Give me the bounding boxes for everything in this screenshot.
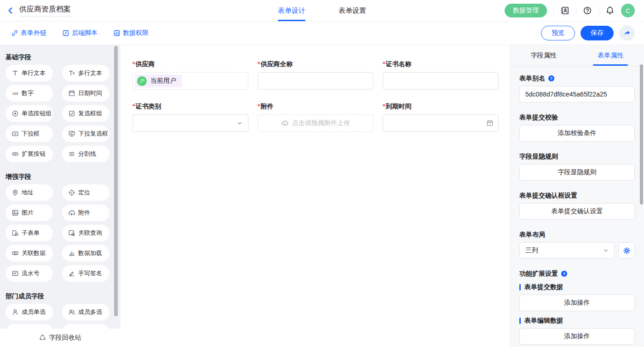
field-type-label: 数据加载	[78, 249, 102, 257]
help-icon[interactable]: ?	[561, 270, 568, 277]
data-manage-button[interactable]: 数据管理	[505, 4, 547, 17]
add-operation-button[interactable]: 添加操作	[519, 295, 635, 311]
select-field[interactable]	[132, 114, 248, 132]
field-type-item[interactable]: 分割线	[62, 146, 109, 162]
field-type-item[interactable]: 下拉框	[6, 125, 53, 142]
sidebar-section-title: 基础字段	[6, 52, 109, 62]
help-icon[interactable]	[583, 6, 592, 15]
toolbar-link[interactable]: 后端脚本	[62, 29, 98, 37]
toolbar-links: 表单外链后端脚本数据权限	[11, 29, 149, 37]
field-type-item[interactable]: 多行文本	[62, 65, 109, 81]
form-field: *附件点击或拖拽附件上传	[258, 102, 374, 132]
field-type-item[interactable]: 数据加载	[62, 245, 109, 262]
form-field: *证书名称	[383, 60, 499, 90]
field-type-item[interactable]: 附件	[62, 205, 109, 221]
field-label: *供应商全称	[258, 60, 374, 68]
layout-settings-button[interactable]	[618, 242, 635, 259]
form-field: *证书类别	[132, 102, 248, 132]
form-grid: *供应商户当前用户*供应商全称*证书名称*证书类别*附件点击或拖拽附件上传*到期…	[132, 60, 499, 132]
text-input[interactable]	[258, 72, 374, 90]
field-type-item[interactable]: 单选按钮组	[6, 105, 53, 122]
field-type-item[interactable]: 流水号	[6, 265, 53, 282]
form-field: *供应商户当前用户	[132, 60, 248, 90]
field-type-label: 单行文本	[22, 69, 46, 77]
field-type-label: 图片	[22, 209, 34, 217]
extension-group-label: 表单提交数据	[519, 283, 635, 291]
field-type-item[interactable]: 子表单	[6, 225, 53, 241]
form-layout-row: 三列	[519, 242, 635, 259]
panel-section-title: 表单提交校验	[519, 114, 635, 121]
upload-field[interactable]: 点击或拖拽附件上传	[258, 114, 374, 132]
required-asterisk: *	[258, 60, 260, 68]
people-icon	[68, 308, 75, 316]
multiselect-icon	[68, 130, 75, 137]
text-input[interactable]	[383, 72, 499, 90]
extension-settings-section: 功能扩展设置?	[519, 270, 635, 278]
avatar[interactable]: C	[621, 4, 635, 17]
form-alias-label: 表单别名	[519, 74, 545, 82]
field-type-item[interactable]: 定位	[62, 184, 109, 201]
field-type-item[interactable]: 关联数据	[6, 245, 53, 262]
field-type-label: 单选按钮组	[22, 109, 52, 118]
add-operation-button[interactable]: 添加操作	[519, 328, 635, 345]
panel-scrollbar[interactable]	[640, 64, 643, 205]
field-type-item[interactable]: 图片	[6, 205, 53, 221]
field-type-label: 定位	[78, 188, 90, 197]
app-root: 供应商资质档案 表单设计表单设置 数据管理 C 表单外链后端脚本数据权限 预览 …	[0, 0, 644, 347]
form-canvas: *供应商户当前用户*供应商全称*证书名称*证书类别*附件点击或拖拽附件上传*到期…	[121, 45, 510, 347]
field-sidebar: 基础字段单行文本多行文本123数字日期时间单选按钮组复选框组下拉框下拉复选框扩展…	[0, 45, 121, 347]
header-tab[interactable]: 表单设计	[278, 0, 305, 21]
help-icon[interactable]: ?	[548, 75, 555, 82]
share-button[interactable]	[619, 25, 635, 41]
textarea-icon	[68, 69, 75, 77]
header-tab[interactable]: 表单设置	[339, 0, 366, 21]
sidebar-scrollbar[interactable]	[114, 46, 118, 316]
save-button[interactable]: 保存	[581, 26, 614, 40]
form-alias-input[interactable]: 5dc088d7df8ce45a65f22a25	[519, 86, 635, 102]
toolbar-link[interactable]: 表单外链	[11, 29, 46, 37]
field-type-item[interactable]: 关联查询	[62, 225, 109, 241]
field-type-label: 附件	[78, 209, 90, 217]
image-icon	[12, 209, 19, 216]
form-layout-select[interactable]: 三列	[519, 242, 615, 259]
field-type-item[interactable]: 123数字	[6, 85, 53, 102]
panel-action-button[interactable]: 添加校验条件	[519, 125, 635, 142]
sidebar-field-grid: 地址定位图片附件子表单关联查询关联数据数据加载流水号手写签名	[6, 184, 109, 282]
field-label: *附件	[258, 102, 374, 110]
field-type-item[interactable]: 成员单选	[6, 304, 53, 320]
field-recycle-button[interactable]: ♺ 字段回收站	[0, 329, 121, 347]
date-field[interactable]: 7	[383, 114, 499, 132]
address-book-icon[interactable]	[560, 6, 569, 15]
selectbox-icon	[12, 130, 19, 137]
current-user-tag[interactable]: 户当前用户	[135, 74, 182, 87]
field-type-label: 下拉框	[22, 130, 40, 138]
field-type-item[interactable]: 日期时间	[62, 85, 109, 102]
top-header: 供应商资质档案 表单设计表单设置 数据管理 C	[0, 0, 644, 22]
user-select-field[interactable]: 户当前用户	[132, 72, 248, 90]
form-layout-value: 三列	[525, 246, 538, 255]
field-type-item[interactable]: 手写签名	[62, 265, 109, 282]
panel-section-title: 表单提交确认框设置	[519, 192, 635, 199]
calendar-icon	[68, 90, 75, 97]
field-type-item[interactable]: 地址	[6, 184, 53, 201]
number-icon: 123	[12, 90, 19, 97]
user-avatar-icon: 户	[137, 76, 147, 86]
preview-button[interactable]: 预览	[541, 26, 575, 40]
field-type-item[interactable]: 单行文本	[6, 65, 53, 81]
properties-tab[interactable]: 表单属性	[577, 45, 644, 66]
bell-icon[interactable]	[605, 6, 615, 15]
field-type-item[interactable]: 扩展按钮	[6, 146, 53, 162]
field-type-label: 子表单	[22, 229, 40, 237]
panel-action-button[interactable]: 字段显隐规则	[519, 164, 635, 181]
back-icon[interactable]	[6, 6, 15, 15]
panel-action-button[interactable]: 表单提交确认设置	[519, 203, 635, 220]
toolbar-link-label: 后端脚本	[72, 29, 98, 37]
checkbox-icon	[68, 110, 75, 117]
properties-tab[interactable]: 字段属性	[510, 45, 577, 66]
chevron-down-icon	[602, 247, 610, 254]
field-type-item[interactable]: 下拉复选框	[62, 125, 109, 142]
sidebar-section-title: 部门成员字段	[6, 291, 109, 301]
field-type-item[interactable]: 成员多选	[62, 304, 109, 320]
toolbar-link[interactable]: 数据权限	[113, 29, 149, 37]
field-type-item[interactable]: 复选框组	[62, 105, 109, 122]
